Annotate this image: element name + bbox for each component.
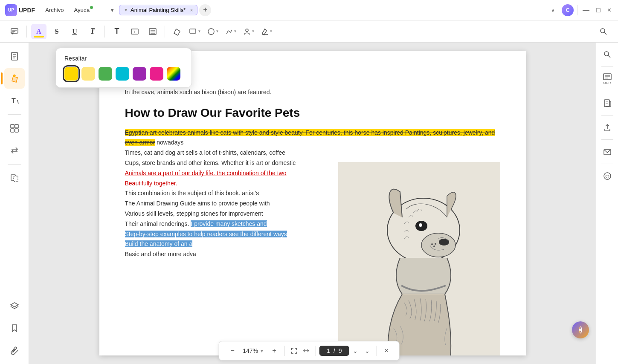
comment-icon [10,27,19,36]
text-italic-tool[interactable]: T [85,24,100,39]
right-divider-1 [601,66,613,67]
comment-tool[interactable] [7,24,22,39]
highlight-popup-title: Resaltar [64,55,183,62]
svg-marker-9 [174,29,180,35]
underline-tool[interactable]: U [67,24,82,39]
right-tool-export[interactable] [599,119,616,136]
zoom-level: 147% [243,347,258,354]
sidebar-tool-text[interactable]: T [4,90,25,111]
color-swatch-purple[interactable] [133,67,146,81]
strikethrough-tool[interactable]: S [49,24,64,39]
sidebar-tool-layers[interactable] [4,296,25,316]
extract-right-icon [603,99,612,107]
dog-image-container [338,162,500,355]
active-tab[interactable]: ▼ Animal Painting Skills* × [119,5,197,15]
person-tool[interactable]: ▼ [241,24,256,39]
zoom-in-button[interactable]: + [267,344,281,358]
close-button[interactable]: × [606,5,613,16]
close-bottom-button[interactable]: × [380,345,392,357]
text-box-icon: T [131,27,139,36]
color-swatch-light-yellow[interactable] [81,67,95,81]
sidebar-tool-convert[interactable] [4,140,25,161]
text-box-tool[interactable]: T [127,24,142,39]
user-avatar[interactable]: C [562,4,574,16]
sidebar-tool-bookmarks[interactable] [4,318,25,338]
text-tool[interactable]: T [109,24,125,39]
right-tool-ocr[interactable]: OCR [599,70,616,87]
draw-tool[interactable]: ▼ [223,24,238,39]
svg-point-34 [431,243,433,245]
highlight-tool[interactable]: A [31,24,46,39]
svg-point-36 [435,243,436,245]
sidebar-tool-attachments[interactable] [4,340,25,361]
tab-close-icon[interactable]: × [190,7,193,13]
ocr-label: OCR [603,81,611,85]
color-swatch-pink[interactable] [150,67,163,81]
right-tool-search[interactable] [599,46,616,63]
color-swatch-rainbow[interactable] [167,67,180,81]
toolbar-separator-1 [26,26,27,38]
tabs-expand-button[interactable]: ∨ [548,5,558,15]
svg-point-48 [604,173,611,179]
color-swatch-green[interactable] [99,67,112,81]
bottom-sep-2 [316,346,316,356]
para9-selected: I provide many sketches and [191,220,267,227]
svg-point-12 [246,29,248,32]
nav-last-button[interactable]: ⌄ [361,345,373,357]
text-list-tool[interactable] [145,24,160,39]
sidebar-tool-organize[interactable] [4,118,25,139]
pen-sign-tool[interactable]: ▼ [259,24,274,39]
fill-tool[interactable]: ▼ [187,24,203,39]
fit-page-button[interactable] [288,345,300,357]
zoom-display[interactable]: 147% ▼ [239,347,267,354]
pen-sign-icon [261,27,269,36]
tab-area: ▼ ▼ Animal Painting Skills* × + [107,4,545,16]
shapes-tool[interactable]: ▼ [205,24,221,39]
pdf-para-2: Times, cat and dog art sells a lot of t-… [125,148,500,158]
title-bar: UP UPDF Archivo Ayuda ▼ ▼ Animal Paintin… [0,0,618,20]
color-swatch-cyan[interactable] [116,67,129,81]
sidebar-tool-pages[interactable] [4,46,25,66]
pdf-para-1: Egyptian art celebrates animals like cat… [125,128,500,148]
right-tool-save[interactable] [599,168,616,185]
menu-ayuda[interactable]: Ayuda [70,5,93,15]
svg-rect-0 [11,29,18,33]
nav-next-button[interactable]: ⌄ [349,345,361,357]
svg-point-38 [604,52,609,56]
right-tool-mail[interactable] [599,143,616,160]
dog-illustration [338,162,500,355]
zoom-out-button[interactable]: − [226,344,239,358]
person-arrow: ▼ [252,29,255,33]
toolbar-separator-2 [104,26,105,38]
svg-rect-23 [15,124,18,128]
color-swatch-yellow[interactable] [64,67,78,81]
text-italic-icon: T [90,27,95,36]
main-layout: T [0,43,618,364]
svg-line-15 [604,32,606,35]
svg-text:T: T [133,30,136,34]
right-separator [577,5,577,15]
maximize-button[interactable]: □ [595,5,602,16]
fit-page-icon [291,347,298,354]
svg-point-11 [208,29,214,35]
ai-assistant-button[interactable] [572,321,589,338]
svg-text:T: T [12,97,16,104]
fit-width-icon [303,347,310,354]
menu-archivo[interactable]: Archivo [42,5,67,15]
convert-icon [10,146,19,155]
eraser-tool[interactable] [169,24,185,39]
minimize-button[interactable]: — [581,5,591,16]
page-current: 1 [327,347,330,354]
right-sidebar: OCR [596,43,618,364]
svg-rect-27 [14,176,18,182]
bookmarks-icon [10,324,19,333]
sidebar-tool-annotate[interactable] [4,68,25,89]
add-tab-button[interactable]: + [199,4,211,16]
search-tool[interactable] [596,24,611,39]
sidebar-tool-extract[interactable] [4,168,25,188]
fit-width-button[interactable] [300,345,312,357]
organize-icon [10,124,19,133]
tab-title: Animal Painting Skills* [131,7,186,13]
right-tool-extract[interactable] [599,95,616,112]
tab-dropdown-arrow[interactable]: ▼ [107,5,117,15]
